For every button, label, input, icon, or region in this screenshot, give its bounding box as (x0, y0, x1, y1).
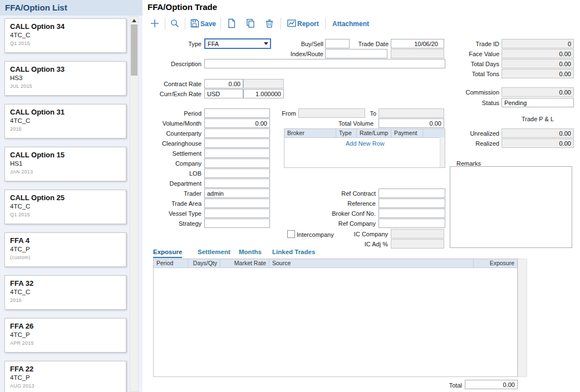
company-label: Company (142, 160, 201, 167)
strategy-input[interactable] (204, 219, 270, 228)
delete-icon[interactable] (264, 18, 275, 29)
toolbar-divider (325, 18, 326, 29)
currency-input[interactable] (204, 89, 243, 98)
item-name: CALL Option 15 (10, 151, 121, 159)
description-input[interactable] (204, 59, 445, 68)
department-input[interactable] (204, 178, 270, 188)
list-item[interactable]: FFA 22 4TC_P AUG 2013 (4, 361, 126, 392)
period-col-header: Period (154, 259, 188, 267)
item-name: FFA 32 (10, 279, 121, 287)
spacer-col-header (423, 129, 445, 137)
reference-input[interactable] (379, 199, 445, 208)
broker-table-scrollbar[interactable] (440, 137, 445, 167)
toolbar-divider (185, 18, 185, 29)
add-new-row-link[interactable]: Add New Row (346, 140, 385, 147)
lob-input[interactable] (204, 168, 270, 178)
ref-contract-input[interactable] (379, 188, 445, 198)
vessel-type-input[interactable] (204, 209, 270, 218)
tab-settlement[interactable]: Settlement (198, 249, 230, 257)
toolbar-divider (165, 18, 165, 29)
exposure-col-header: Exposure (474, 259, 517, 267)
total-volume-input[interactable] (379, 118, 444, 128)
save-icon[interactable] (189, 18, 200, 29)
item-code: 4TC_C (10, 32, 121, 38)
tab-linked-trades[interactable]: Linked Trades (272, 249, 315, 257)
new-document-icon[interactable] (226, 18, 237, 29)
department-label: Department (142, 180, 201, 187)
list-item[interactable]: CALL Option 25 4TC_C Q1 2015 (4, 190, 126, 224)
toolbar-divider (281, 18, 281, 29)
vessel-type-label: Vessel Type (142, 210, 201, 217)
item-code: HS3 (10, 75, 121, 81)
status-input[interactable] (502, 98, 574, 107)
trade-form-panel: FFA/Option Trade Save Report Attachment … (142, 0, 580, 392)
attachment-button[interactable]: Attachment (332, 20, 369, 28)
period-label: Period (142, 110, 201, 117)
remarks-textarea[interactable] (450, 166, 572, 248)
broker-conf-no-label: Broker Conf No. (320, 210, 376, 217)
intercompany-checkbox[interactable] (287, 230, 295, 238)
contract-rate-label: Contract Rate (142, 81, 201, 87)
item-name: FFA 26 (10, 322, 121, 330)
total-field[interactable] (465, 380, 518, 389)
trade-id-label: Trade ID (427, 41, 499, 47)
item-name: CALL Option 31 (10, 108, 121, 116)
realized-field (502, 138, 574, 148)
scroll-up-icon[interactable] (132, 19, 136, 22)
company-input[interactable] (204, 158, 270, 168)
trader-input[interactable] (204, 188, 270, 198)
item-period: APR 2015 (10, 340, 121, 346)
ic-company-field (391, 229, 444, 239)
broker-conf-no-input[interactable] (379, 209, 445, 218)
face-value-field (502, 49, 574, 58)
unrealized-field (502, 128, 574, 138)
to-field (379, 108, 444, 118)
ffa-option-list-panel: FFA/Option List CALL Option 34 4TC_C Q1 … (0, 0, 142, 392)
list-item[interactable]: FFA 4 4TC_P (custom) (4, 232, 126, 267)
list-item[interactable]: CALL Option 33 HS3 JUL 2015 (4, 61, 126, 96)
type-value: FFA (205, 41, 262, 47)
type-dropdown[interactable]: FFA (204, 38, 271, 49)
exch-rate-input[interactable] (243, 89, 284, 98)
settlement-input[interactable] (204, 148, 270, 158)
item-name: FFA 22 (10, 365, 121, 373)
trade-id-field (502, 39, 574, 48)
type-col-header: Type (336, 129, 357, 137)
index-route-input[interactable] (325, 49, 387, 58)
search-icon[interactable] (169, 18, 180, 29)
list-item[interactable]: CALL Option 34 4TC_C Q1 2015 (4, 18, 126, 53)
report-icon[interactable] (286, 18, 297, 29)
description-label: Description (142, 61, 201, 67)
payment-col-header: Payment (391, 129, 423, 137)
volume-month-input[interactable] (204, 118, 270, 128)
counterparty-input[interactable] (204, 128, 270, 138)
item-code: 4TC_P (10, 331, 121, 338)
list-item[interactable]: CALL Option 15 HS1 JAN 2013 (4, 147, 126, 181)
broker-table: Broker Type Rate/Lump Payment Add New Ro… (284, 128, 445, 168)
report-button[interactable]: Report (297, 20, 319, 28)
scrollbar-thumb[interactable] (131, 24, 137, 76)
trade-pl-heading: Trade P & L (502, 116, 574, 122)
save-button[interactable]: Save (200, 20, 216, 28)
period-input[interactable] (204, 108, 270, 118)
add-icon[interactable] (149, 18, 160, 29)
ref-company-input[interactable] (379, 219, 445, 228)
sidebar-scrollbar[interactable] (130, 16, 139, 392)
list-item[interactable]: FFA 26 4TC_P APR 2015 (4, 318, 126, 353)
tab-exposure[interactable]: Exposure (153, 249, 182, 258)
curr-exch-rate-label: Curr/Exch Rate (142, 91, 201, 97)
total-days-label: Total Days (427, 61, 499, 67)
item-period: JUL 2015 (10, 83, 121, 89)
lob-label: LOB (142, 170, 201, 177)
list-item[interactable]: FFA 32 4TC_C 2016 (4, 275, 126, 310)
rate-lump-col-header: Rate/Lump (357, 129, 391, 137)
contract-rate-input[interactable] (204, 79, 243, 88)
clearinghouse-input[interactable] (204, 138, 270, 148)
clearinghouse-label: Clearinghouse (142, 140, 201, 147)
trade-area-input[interactable] (204, 199, 270, 208)
toolbar-divider (220, 18, 221, 29)
copy-icon[interactable] (245, 18, 256, 29)
list-item[interactable]: CALL Option 31 4TC_C 2016 (4, 104, 126, 138)
exposure-table-scrollbar[interactable] (518, 259, 527, 377)
tab-months[interactable]: Months (239, 249, 262, 257)
